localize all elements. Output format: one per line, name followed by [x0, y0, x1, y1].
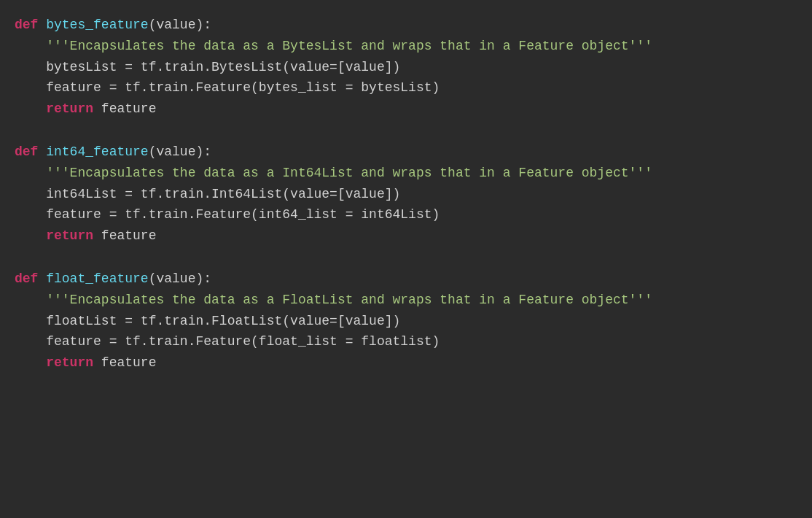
fn-name-int64: int64_feature	[46, 144, 148, 159]
params-float: (value):	[149, 271, 211, 286]
docstring-float: '''Encapsulates the data as a FloatList …	[15, 290, 797, 311]
code-editor: def bytes_feature(value): '''Encapsulate…	[15, 15, 797, 374]
docstring-bytes-text: '''Encapsulates the data as a BytesList …	[46, 39, 652, 53]
return-line-float: return feature	[15, 352, 797, 374]
keyword-def-3: def	[15, 271, 38, 286]
code-line-float-1: floatList = tf.train.FloatList(value=[va…	[15, 311, 797, 332]
def-line-bytes: def bytes_feature(value):	[15, 15, 797, 36]
def-line-float: def float_feature(value):	[15, 268, 797, 290]
fn-name-bytes: bytes_feature	[46, 18, 148, 32]
function-int64-feature: def int64_feature(value): '''Encapsulate…	[15, 142, 797, 247]
fn-name-float: float_feature	[46, 271, 148, 286]
keyword-def-2: def	[15, 144, 38, 159]
return-kw-int64: return	[46, 228, 93, 243]
function-bytes-feature: def bytes_feature(value): '''Encapsulate…	[15, 15, 797, 120]
docstring-bytes: '''Encapsulates the data as a BytesList …	[15, 36, 797, 57]
code-line-int64-2: feature = tf.train.Feature(int64_list = …	[15, 204, 797, 225]
params-bytes: (value):	[149, 18, 211, 32]
int64list-assign: int64List = tf.train.Int64List(value=[va…	[46, 187, 400, 201]
feature-assign-bytes: feature = tf.train.Feature(bytes_list = …	[46, 80, 440, 95]
floatlist-assign: floatList = tf.train.FloatList(value=[va…	[46, 314, 400, 328]
code-line-bytes-1: bytesList = tf.train.BytesList(value=[va…	[15, 57, 797, 78]
code-line-bytes-2: feature = tf.train.Feature(bytes_list = …	[15, 77, 797, 98]
code-line-float-2: feature = tf.train.Feature(float_list = …	[15, 331, 797, 352]
return-kw-bytes: return	[46, 101, 93, 116]
params-int64: (value):	[149, 144, 211, 159]
docstring-int64: '''Encapsulates the data as a Int64List …	[15, 163, 797, 184]
function-float-feature: def float_feature(value): '''Encapsulate…	[15, 268, 797, 374]
docstring-int64-text: '''Encapsulates the data as a Int64List …	[46, 166, 652, 180]
feature-assign-int64: feature = tf.train.Feature(int64_list = …	[46, 207, 440, 222]
return-kw-float: return	[46, 355, 93, 370]
feature-assign-float: feature = tf.train.Feature(float_list = …	[46, 334, 440, 349]
keyword-def-1: def	[15, 18, 38, 32]
return-var-float: feature	[101, 355, 157, 370]
docstring-float-text: '''Encapsulates the data as a FloatList …	[46, 293, 652, 307]
byteslist-assign: bytesList = tf.train.BytesList(value=[va…	[46, 60, 400, 74]
return-line-bytes: return feature	[15, 98, 797, 120]
return-var-bytes: feature	[101, 101, 157, 116]
return-var-int64: feature	[101, 228, 157, 243]
return-line-int64: return feature	[15, 225, 797, 247]
code-line-int64-1: int64List = tf.train.Int64List(value=[va…	[15, 184, 797, 205]
def-line-int64: def int64_feature(value):	[15, 142, 797, 163]
